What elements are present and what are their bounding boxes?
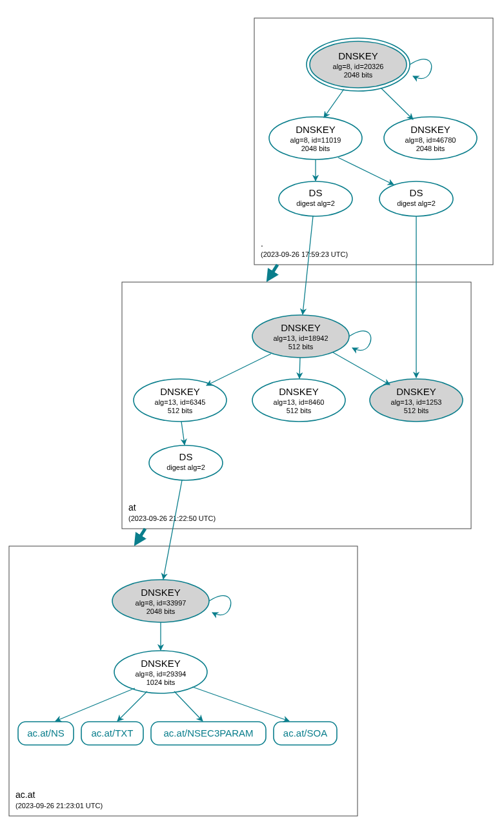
edge-zone-at-to-acat bbox=[136, 529, 145, 543]
edge-aczsk-nsec bbox=[174, 691, 203, 721]
svg-text:1024 bits: 1024 bits bbox=[146, 678, 176, 686]
node-at-z3: DNSKEY alg=13, id=1253 512 bits bbox=[370, 379, 463, 422]
edge-aczsk-txt bbox=[117, 691, 147, 721]
node-at-ds: DS digest alg=2 bbox=[149, 445, 223, 480]
record-nsec: ac.at/NSEC3PARAM bbox=[151, 722, 266, 745]
zone-time-acat: (2023-09-26 21:23:01 UTC) bbox=[15, 802, 103, 810]
zone-time-at: (2023-09-26 21:22:50 UTC) bbox=[128, 514, 216, 522]
zone-label-acat: ac.at bbox=[15, 789, 35, 800]
svg-text:DS: DS bbox=[179, 451, 193, 462]
record-ns: ac.at/NS bbox=[18, 722, 74, 745]
edge-zsk1-ds2 bbox=[338, 158, 394, 185]
dnssec-graph: . (2023-09-26 17:59:23 UTC) at (2023-09-… bbox=[0, 0, 504, 825]
svg-text:ac.at/NS: ac.at/NS bbox=[27, 728, 65, 738]
zone-time-root: (2023-09-26 17:59:23 UTC) bbox=[261, 250, 348, 258]
svg-text:DS: DS bbox=[309, 187, 323, 198]
svg-text:DNSKEY: DNSKEY bbox=[160, 386, 200, 397]
svg-text:alg=8, id=20326: alg=8, id=20326 bbox=[333, 63, 384, 70]
svg-text:digest alg=2: digest alg=2 bbox=[296, 199, 335, 207]
svg-text:DNSKEY: DNSKEY bbox=[281, 322, 321, 333]
svg-text:512 bits: 512 bits bbox=[168, 407, 193, 414]
node-at-ksk: DNSKEY alg=13, id=18942 512 bits bbox=[252, 315, 349, 358]
node-at-z1: DNSKEY alg=13, id=6345 512 bits bbox=[134, 379, 227, 422]
zone-label-root: . bbox=[261, 238, 263, 249]
svg-text:2048 bits: 2048 bits bbox=[146, 607, 176, 615]
svg-text:512 bits: 512 bits bbox=[404, 407, 429, 414]
svg-text:DNSKEY: DNSKEY bbox=[296, 124, 336, 135]
svg-text:digest alg=2: digest alg=2 bbox=[166, 463, 205, 471]
edge-ac-ksk-self bbox=[209, 596, 231, 615]
svg-text:DNSKEY: DNSKEY bbox=[141, 658, 181, 669]
edge-rootksk-zsk1 bbox=[324, 89, 344, 117]
svg-text:alg=13, id=1253: alg=13, id=1253 bbox=[391, 398, 442, 406]
node-ac-ksk: DNSKEY alg=8, id=33997 2048 bits bbox=[112, 580, 209, 622]
node-at-z2: DNSKEY alg=13, id=8460 512 bits bbox=[252, 379, 345, 422]
svg-text:alg=13, id=6345: alg=13, id=6345 bbox=[155, 398, 206, 406]
record-soa: ac.at/SOA bbox=[274, 722, 337, 745]
svg-text:DNSKEY: DNSKEY bbox=[279, 386, 319, 397]
svg-text:DNSKEY: DNSKEY bbox=[141, 587, 181, 598]
node-root-zsk2: DNSKEY alg=8, id=46780 2048 bits bbox=[384, 117, 477, 159]
svg-text:DNSKEY: DNSKEY bbox=[410, 124, 450, 135]
node-root-ksk: DNSKEY alg=8, id=20326 2048 bits bbox=[307, 38, 410, 91]
svg-text:alg=8, id=46780: alg=8, id=46780 bbox=[405, 136, 456, 144]
node-root-ds1: DS digest alg=2 bbox=[279, 181, 352, 216]
edge-root-ksk-self bbox=[410, 59, 432, 79]
edge-atz1-ds bbox=[181, 422, 185, 445]
svg-text:alg=8, id=11019: alg=8, id=11019 bbox=[290, 136, 341, 144]
svg-text:DNSKEY: DNSKEY bbox=[396, 386, 436, 397]
edge-rootksk-zsk2 bbox=[381, 88, 413, 119]
svg-text:512 bits: 512 bits bbox=[288, 343, 314, 351]
svg-text:alg=13, id=18942: alg=13, id=18942 bbox=[273, 334, 328, 342]
zone-label-at: at bbox=[128, 502, 136, 513]
svg-text:ac.at/SOA: ac.at/SOA bbox=[283, 728, 327, 738]
edge-zone-root-to-at bbox=[268, 265, 277, 279]
svg-text:alg=13, id=8460: alg=13, id=8460 bbox=[274, 398, 325, 406]
edge-atksk-z3 bbox=[333, 352, 390, 385]
svg-text:alg=8, id=29394: alg=8, id=29394 bbox=[136, 670, 186, 678]
svg-text:512 bits: 512 bits bbox=[287, 407, 312, 414]
edge-atds-acksk bbox=[163, 480, 182, 579]
svg-text:ac.at/TXT: ac.at/TXT bbox=[91, 728, 133, 738]
svg-text:2048 bits: 2048 bits bbox=[416, 145, 445, 152]
svg-text:ac.at/NSEC3PARAM: ac.at/NSEC3PARAM bbox=[164, 728, 254, 738]
svg-text:DS: DS bbox=[410, 187, 423, 198]
node-root-zsk1: DNSKEY alg=8, id=11019 2048 bits bbox=[269, 117, 362, 159]
svg-text:2048 bits: 2048 bits bbox=[344, 71, 373, 79]
svg-text:digest alg=2: digest alg=2 bbox=[397, 199, 436, 207]
record-txt: ac.at/TXT bbox=[81, 722, 143, 745]
svg-text:2048 bits: 2048 bits bbox=[301, 145, 330, 152]
node-root-ds2: DS digest alg=2 bbox=[379, 181, 453, 216]
edge-ds1-atksk bbox=[303, 216, 313, 314]
edge-aczsk-soa bbox=[192, 687, 289, 721]
edge-at-ksk-self bbox=[349, 331, 371, 351]
edge-atksk-z1 bbox=[207, 354, 271, 385]
edge-atksk-z2 bbox=[299, 358, 300, 378]
svg-text:DNSKEY: DNSKEY bbox=[338, 50, 378, 61]
svg-text:alg=8, id=33997: alg=8, id=33997 bbox=[136, 599, 186, 607]
